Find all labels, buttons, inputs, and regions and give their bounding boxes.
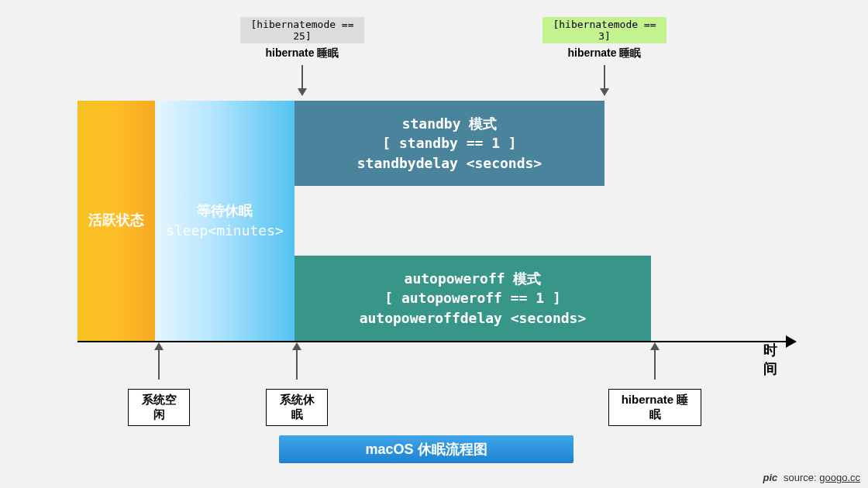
annotation-label: hibernate 睡眠 <box>240 46 364 60</box>
code-tag: [hibernatemode == 25] <box>240 17 364 43</box>
phase-label: 等待休眠 <box>197 201 253 221</box>
bottom-annotation-hibernate: hibernate 睡眠 <box>608 344 701 426</box>
diagram-caption: macOS 休眠流程图 <box>279 435 574 463</box>
source-attribution: pic source: googo.cc <box>763 472 860 483</box>
arrow-up-icon <box>654 344 656 380</box>
source-prefix: pic <box>763 472 778 483</box>
phase-delay: standbydelay <seconds> <box>357 153 542 173</box>
arrow-up-icon <box>296 344 298 380</box>
bottom-annotation-sleep: 系统休眠 <box>266 344 328 426</box>
arrow-up-icon <box>158 344 160 380</box>
phase-active: 活跃状态 <box>78 101 155 341</box>
arrow-down-icon <box>301 65 303 95</box>
top-annotation-hibernatemode-25: [hibernatemode == 25] hibernate 睡眠 <box>240 17 364 98</box>
phase-delay: autopoweroffdelay <seconds> <box>360 308 587 328</box>
event-label: 系统空闲 <box>128 389 190 426</box>
arrow-down-icon <box>604 65 605 95</box>
event-label: hibernate 睡眠 <box>608 389 701 426</box>
phase-label: standby 模式 <box>402 114 498 133</box>
phase-condition: [ standby == 1 ] <box>382 133 516 153</box>
phase-condition: sleep<minutes> <box>166 221 284 240</box>
source-link: googo.cc <box>819 472 860 483</box>
timeline-diagram: 活跃状态 等待休眠 sleep<minutes> standby 模式 [ st… <box>78 101 790 341</box>
phase-label: 活跃状态 <box>88 211 144 230</box>
axis-label: 时间 <box>763 341 790 378</box>
phase-standby: standby 模式 [ standby == 1 ] standbydelay… <box>294 101 604 186</box>
event-label: 系统休眠 <box>266 389 328 426</box>
bottom-annotation-idle: 系统空闲 <box>128 344 190 426</box>
source-text: source: <box>784 472 817 483</box>
top-annotation-hibernatemode-3: [hibernatemode == 3] hibernate 睡眠 <box>542 17 666 98</box>
phase-condition: [ autopoweroff == 1 ] <box>384 288 561 308</box>
phase-autopoweroff: autopoweroff 模式 [ autopoweroff == 1 ] au… <box>294 256 651 341</box>
phase-label: autopoweroff 模式 <box>405 269 542 288</box>
caption-text: macOS 休眠流程图 <box>365 440 487 459</box>
phase-sleep-wait: 等待休眠 sleep<minutes> <box>155 101 294 341</box>
timeline-axis <box>78 341 790 342</box>
code-tag: [hibernatemode == 3] <box>542 17 666 43</box>
annotation-label: hibernate 睡眠 <box>542 46 666 60</box>
